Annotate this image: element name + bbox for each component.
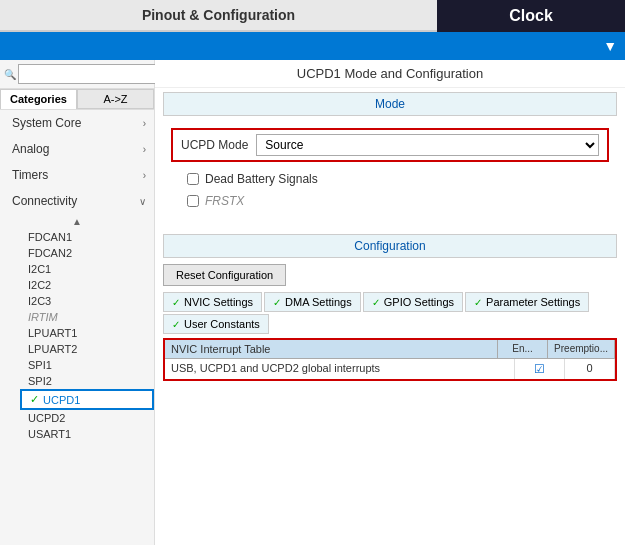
clock-title: Clock	[437, 0, 625, 32]
mode-section-header: Mode	[163, 92, 617, 116]
mode-section: UCPD Mode Source Sink DRP Dead Battery S…	[155, 120, 625, 222]
table-col-preemption: Preemptio...	[548, 340, 615, 358]
table-cell-enabled[interactable]: ☑	[515, 359, 565, 379]
config-tabs-bar: ✓ NVIC Settings ✓ DMA Settings ✓ GPIO Se…	[163, 292, 617, 334]
tab-categories[interactable]: Categories	[0, 89, 77, 109]
ucpd1-label: UCPD1	[43, 394, 80, 406]
chevron-down-icon[interactable]: ▼	[603, 38, 617, 54]
dead-battery-row: Dead Battery Signals	[171, 170, 609, 188]
conn-item-irtim[interactable]: IRTIM	[20, 309, 154, 325]
conn-item-spi2[interactable]: SPI2	[20, 373, 154, 389]
conn-item-usart1[interactable]: USART1	[20, 426, 154, 442]
gpio-check-icon: ✓	[372, 297, 380, 308]
scroll-up-icon[interactable]: ▲	[0, 214, 154, 229]
config-tab-params[interactable]: ✓ Parameter Settings	[465, 292, 589, 312]
connectivity-section: Connectivity ∨ ▲ FDCAN1 FDCAN2 I2C1 I2C2…	[0, 188, 154, 442]
connectivity-header[interactable]: Connectivity ∨	[0, 188, 154, 214]
content-title: UCPD1 Mode and Configuration	[155, 60, 625, 88]
sidebar: 🔍 ▼ Categories A->Z System Core › Analog…	[0, 60, 155, 545]
system-core-arrow: ›	[143, 118, 146, 129]
timers-label: Timers	[12, 168, 48, 182]
subheader-bar: ▼	[0, 32, 625, 60]
search-row: 🔍 ▼	[0, 60, 154, 89]
table-cell-interrupt-name: USB, UCPD1 and UCPD2 global interrupts	[165, 359, 515, 379]
config-tab-dma[interactable]: ✓ DMA Settings	[264, 292, 361, 312]
sidebar-item-timers[interactable]: Timers ›	[0, 162, 154, 188]
table-row: USB, UCPD1 and UCPD2 global interrupts ☑…	[165, 359, 615, 379]
config-tab-nvic[interactable]: ✓ NVIC Settings	[163, 292, 262, 312]
sidebar-tabs: Categories A->Z	[0, 89, 154, 110]
mode-select[interactable]: Source Sink DRP	[256, 134, 599, 156]
sidebar-items: System Core › Analog › Timers › Connecti…	[0, 110, 154, 442]
conn-item-spi1[interactable]: SPI1	[20, 357, 154, 373]
dead-battery-label: Dead Battery Signals	[205, 172, 318, 186]
dma-tab-label: DMA Settings	[285, 296, 352, 308]
table-cell-preemption: 0	[565, 359, 615, 379]
table-col-name: NVIC Interrupt Table	[165, 340, 498, 358]
conn-item-ucpd1[interactable]: ✓ UCPD1	[20, 389, 154, 410]
ucpd1-check-icon: ✓	[30, 393, 39, 406]
conn-item-i2c2[interactable]: I2C2	[20, 277, 154, 293]
search-icon: 🔍	[4, 69, 16, 80]
gpio-tab-label: GPIO Settings	[384, 296, 454, 308]
frstx-row: FRSTX	[171, 192, 609, 210]
conn-item-ucpd2[interactable]: UCPD2	[20, 410, 154, 426]
conn-item-lpuart2[interactable]: LPUART2	[20, 341, 154, 357]
sidebar-item-system-core[interactable]: System Core ›	[0, 110, 154, 136]
config-section-header: Configuration	[163, 234, 617, 258]
interrupt-enabled-checkbox[interactable]: ☑	[534, 362, 545, 376]
config-tab-user-constants[interactable]: ✓ User Constants	[163, 314, 269, 334]
params-check-icon: ✓	[474, 297, 482, 308]
config-section: Configuration Reset Configuration ✓ NVIC…	[155, 230, 625, 385]
conn-item-i2c1[interactable]: I2C1	[20, 261, 154, 277]
mode-label: UCPD Mode	[181, 138, 248, 152]
config-tab-gpio[interactable]: ✓ GPIO Settings	[363, 292, 463, 312]
conn-item-i2c3[interactable]: I2C3	[20, 293, 154, 309]
dma-check-icon: ✓	[273, 297, 281, 308]
timers-arrow: ›	[143, 170, 146, 181]
connectivity-arrow: ∨	[139, 196, 146, 207]
frstx-label: FRSTX	[205, 194, 244, 208]
connectivity-label: Connectivity	[12, 194, 77, 208]
nvic-check-icon: ✓	[172, 297, 180, 308]
analog-arrow: ›	[143, 144, 146, 155]
analog-label: Analog	[12, 142, 49, 156]
conn-item-lpuart1[interactable]: LPUART1	[20, 325, 154, 341]
reset-config-button[interactable]: Reset Configuration	[163, 264, 286, 286]
connectivity-items: FDCAN1 FDCAN2 I2C1 I2C2 I2C3 IRTIM LPUAR…	[0, 229, 154, 442]
frstx-checkbox[interactable]	[187, 195, 199, 207]
user-constants-check-icon: ✓	[172, 319, 180, 330]
table-col-enabled: En...	[498, 340, 548, 358]
conn-item-fdcan1[interactable]: FDCAN1	[20, 229, 154, 245]
system-core-label: System Core	[12, 116, 81, 130]
table-header-row: NVIC Interrupt Table En... Preemptio...	[165, 340, 615, 359]
params-tab-label: Parameter Settings	[486, 296, 580, 308]
sidebar-item-analog[interactable]: Analog ›	[0, 136, 154, 162]
mode-select-row: UCPD Mode Source Sink DRP	[171, 128, 609, 162]
nvic-tab-label: NVIC Settings	[184, 296, 253, 308]
tab-az[interactable]: A->Z	[77, 89, 154, 109]
pinout-config-title: Pinout & Configuration	[0, 0, 437, 32]
conn-item-fdcan2[interactable]: FDCAN2	[20, 245, 154, 261]
dead-battery-checkbox[interactable]	[187, 173, 199, 185]
search-input[interactable]	[18, 64, 166, 84]
user-constants-tab-label: User Constants	[184, 318, 260, 330]
nvic-table: NVIC Interrupt Table En... Preemptio... …	[163, 338, 617, 381]
content-area: UCPD1 Mode and Configuration Mode UCPD M…	[155, 60, 625, 545]
